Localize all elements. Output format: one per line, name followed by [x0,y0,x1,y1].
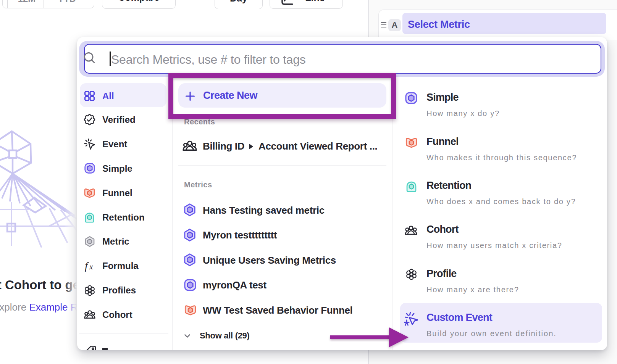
svg-text:x: x [89,262,93,271]
svg-text:f: f [85,260,89,272]
